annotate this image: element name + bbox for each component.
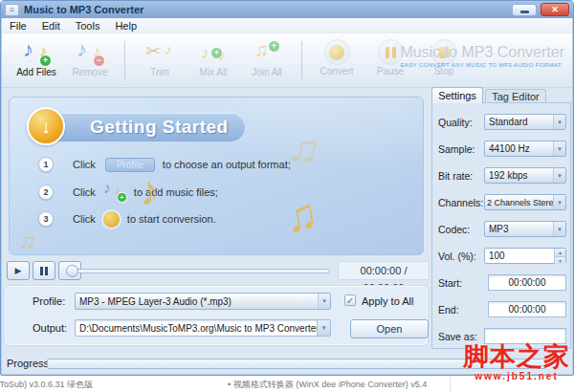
download-arrow-icon: ↓	[27, 107, 65, 145]
seek-slider-track[interactable]	[70, 269, 330, 273]
mix-all-button[interactable]: ♪ ♪ + Mix All	[187, 39, 240, 77]
spin-down-icon[interactable]: ▼	[555, 257, 565, 265]
minus-badge-icon: −	[94, 55, 104, 66]
settings-panel: Quality: Standard ▼ Sample: 44100 Hz ▼ B…	[431, 102, 571, 349]
minimize-icon	[520, 11, 529, 13]
menu-bar: File Edit Tools Help	[2, 18, 572, 33]
output-settings-group: Profile: MP3 - MPEG Layer-3 Audio (*.mp3…	[5, 286, 428, 345]
watermark: 脚本之家 www.jb51.net	[463, 342, 570, 381]
convert-icon	[324, 39, 350, 65]
brand-tagline: EASY CONVERT ANY MUSIC TO MP3 AUDIO FORM…	[400, 62, 564, 68]
volume-spinner[interactable]: 100 ▲ ▼	[484, 248, 566, 264]
bitrate-label: Bit rate:	[438, 170, 473, 182]
menu-help[interactable]: Help	[115, 20, 137, 32]
start-time-input[interactable]	[488, 274, 566, 291]
bitrate-select[interactable]: 192 kbps ▼	[484, 167, 566, 184]
plus-badge-icon: +	[211, 48, 222, 58]
codec-select[interactable]: MP3 ▼	[484, 221, 566, 237]
plus-badge-icon: +	[118, 193, 126, 202]
sample-select[interactable]: 44100 Hz ▼	[484, 141, 566, 157]
remove-icon: ♪ ♪ −	[76, 39, 104, 66]
play-button[interactable]: ▶	[7, 261, 30, 280]
window-title: Music to MP3 Converter	[24, 4, 144, 15]
trim-button[interactable]: ✂ ♪ Trim	[133, 39, 187, 77]
output-label: Output:	[33, 322, 67, 334]
profile-label: Profile:	[33, 295, 65, 307]
getting-started-panel: ♫ ♪ ♫ ♫ ↓ Getting Started 1 Click Profil…	[9, 97, 424, 255]
step-1-number: 1	[38, 157, 54, 172]
plus-badge-icon: +	[269, 41, 279, 52]
watermark-url: www.jb51.net	[463, 371, 570, 381]
step-3: 3 Click to start conversion.	[38, 209, 216, 229]
mix-all-icon: ♪ ♪ +	[199, 39, 228, 66]
toolbar: ♪ ♪ + Add Files ♪ ♪ − Remove ✂ ♪	[2, 33, 572, 88]
quality-select[interactable]: Standard ▼	[484, 114, 566, 130]
add-files-button[interactable]: ♪ ♪ + Add Files	[10, 39, 63, 77]
toolbar-separator	[124, 41, 125, 79]
join-all-button[interactable]: ♫ + Join All	[240, 39, 294, 77]
app-icon: ≡	[5, 4, 19, 16]
background-text-right: • 视频格式转换器 (WinX dee iPhone Converter) v5…	[228, 379, 427, 391]
playback-time: 00:00:00 / 00:00:00	[338, 261, 430, 280]
app-window: ≡ Music to MP3 Converter ✕ File Edit Too…	[0, 0, 574, 376]
chevron-down-icon: ▼	[553, 195, 565, 209]
profile-select[interactable]: MP3 - MPEG Layer-3 Audio (*.mp3) ▼	[75, 293, 331, 310]
convert-step-icon[interactable]	[103, 211, 120, 228]
convert-button[interactable]: Convert	[310, 39, 364, 76]
seek-slider-thumb[interactable]	[66, 265, 78, 277]
scissors-icon: ✂	[145, 40, 161, 62]
apply-to-all-label: Apply to All	[362, 295, 413, 307]
getting-started-title: Getting Started	[90, 117, 229, 138]
join-all-icon: ♫ +	[253, 39, 281, 66]
open-folder-button[interactable]: Open	[350, 319, 429, 338]
apply-to-all-checkbox[interactable]: ✓	[344, 294, 356, 306]
chevron-down-icon: ▼	[553, 222, 565, 236]
progress-label: Progress:	[7, 358, 52, 369]
remove-button[interactable]: ♪ ♪ − Remove	[63, 39, 117, 77]
minimize-button[interactable]	[512, 4, 537, 16]
quality-label: Quality:	[438, 117, 473, 128]
music-note-decoration: ♫	[17, 227, 38, 255]
step-2-number: 2	[38, 185, 54, 200]
spin-up-icon[interactable]: ▲	[555, 249, 565, 257]
getting-started-header: Getting Started	[34, 113, 245, 142]
brand-title: Music to MP3 Converter	[400, 44, 564, 61]
pause-playback-button[interactable]	[33, 261, 55, 280]
volume-label: Vol. (%):	[438, 250, 476, 262]
menu-edit[interactable]: Edit	[42, 20, 60, 32]
channels-select[interactable]: 2 Channels Stereo ▼	[484, 194, 566, 210]
close-button[interactable]: ✕	[541, 3, 569, 16]
chevron-down-icon: ▼	[553, 168, 565, 183]
background-divider	[450, 377, 451, 392]
codec-label: Codec:	[438, 224, 470, 235]
sample-label: Sample:	[438, 143, 475, 155]
end-label: End:	[438, 304, 459, 316]
tab-settings[interactable]: Settings	[431, 87, 483, 103]
menu-file[interactable]: File	[10, 20, 27, 32]
end-time-input[interactable]	[488, 301, 566, 317]
browse-icon[interactable]: ▼	[317, 320, 330, 336]
trim-icon: ✂ ♪	[145, 39, 174, 66]
channels-label: Channels:	[438, 197, 483, 208]
tab-tag-editor[interactable]: Tag Editor	[485, 89, 546, 103]
pause-icon	[40, 267, 48, 275]
add-files-step-icon[interactable]: ♪ ♪ +	[103, 184, 126, 202]
chevron-down-icon: ▼	[553, 142, 565, 156]
toolbar-separator	[301, 41, 302, 79]
screen: ≡ Music to MP3 Converter ✕ File Edit Too…	[0, 0, 574, 392]
step-2: 2 Click ♪ ♪ + to add music files;	[38, 183, 218, 202]
brand-logo: Music to MP3 Converter EASY CONVERT ANY …	[400, 44, 564, 68]
chevron-down-icon: ▼	[553, 115, 565, 129]
background-text-left: tToSub) v3.0.6.31 绿色版	[0, 379, 93, 391]
spinner-arrows[interactable]: ▲ ▼	[554, 249, 565, 263]
output-path-input[interactable]	[75, 319, 331, 337]
menu-tools[interactable]: Tools	[76, 20, 100, 32]
start-label: Start:	[438, 277, 462, 289]
plus-badge-icon: +	[40, 55, 51, 66]
watermark-title: 脚本之家	[463, 342, 570, 371]
step-3-number: 3	[38, 211, 54, 227]
step-1: 1 Click Profile to choose an output form…	[38, 155, 291, 174]
add-files-icon: ♪ ♪ +	[22, 39, 51, 66]
title-bar[interactable]: ≡ Music to MP3 Converter ✕	[1, 1, 573, 18]
chevron-down-icon: ▼	[318, 294, 330, 309]
